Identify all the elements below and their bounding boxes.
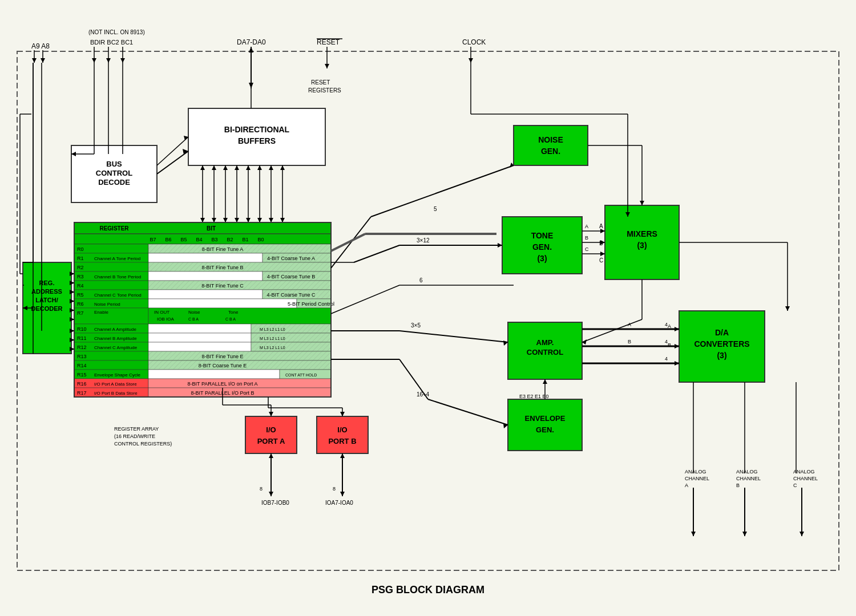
svg-text:3×5: 3×5 <box>411 322 421 329</box>
svg-rect-86 <box>148 290 263 299</box>
svg-text:Channel B Amplitude: Channel B Amplitude <box>94 336 137 341</box>
svg-text:B: B <box>585 235 588 241</box>
svg-rect-303 <box>251 324 331 333</box>
ioa7-ioa0-label: IOA7-IOA0 <box>325 500 353 506</box>
svg-text:R2: R2 <box>77 265 84 270</box>
svg-text:IN  OUT: IN OUT <box>154 310 169 315</box>
svg-text:B7: B7 <box>150 237 156 242</box>
bdir-bc2-bc1-label: BDIR BC2 BC1 <box>90 39 133 46</box>
svg-rect-97 <box>74 308 148 324</box>
svg-text:B: B <box>628 339 631 345</box>
svg-text:ENVELOPE: ENVELOPE <box>525 414 566 423</box>
svg-rect-298 <box>263 253 331 262</box>
svg-text:B: B <box>736 483 740 488</box>
svg-rect-299 <box>148 262 331 271</box>
bi-directional-label: BI-DIRECTIONAL <box>224 125 290 134</box>
svg-text:Tone: Tone <box>228 310 239 315</box>
diagram-title: PSG BLOCK DIAGRAM <box>372 584 484 595</box>
svg-text:R10: R10 <box>77 326 87 332</box>
svg-rect-297 <box>148 244 331 253</box>
svg-text:GEN.: GEN. <box>536 425 554 434</box>
analog-channel-a-label: ANALOG <box>685 469 706 475</box>
svg-text:B3: B3 <box>211 237 217 242</box>
svg-text:R0: R0 <box>77 246 84 252</box>
svg-text:Envelope Shape Cycle: Envelope Shape Cycle <box>94 372 140 378</box>
svg-text:5-BIT Period Control: 5-BIT Period Control <box>288 301 334 307</box>
bus-control-label: BUS <box>106 160 122 168</box>
svg-text:B6: B6 <box>165 237 171 242</box>
svg-text:(16 READ/WRITE: (16 READ/WRITE <box>114 433 155 439</box>
svg-text:R1: R1 <box>77 256 84 261</box>
svg-text:AMP.: AMP. <box>536 338 554 347</box>
clock-label: CLOCK <box>462 38 486 46</box>
svg-rect-76 <box>148 271 263 281</box>
svg-text:B0: B0 <box>257 237 264 242</box>
svg-rect-305 <box>251 342 331 351</box>
svg-text:IOB  IOA: IOB IOA <box>157 317 174 322</box>
svg-text:LATCH/: LATCH/ <box>35 297 58 303</box>
svg-text:I/O: I/O <box>337 425 347 434</box>
svg-text:8: 8 <box>333 486 336 492</box>
svg-text:CHANNEL: CHANNEL <box>736 476 761 481</box>
analog-channel-b-label: ANALOG <box>736 469 758 475</box>
svg-text:A: A <box>628 322 631 327</box>
svg-rect-92 <box>148 299 297 308</box>
svg-rect-71 <box>74 262 148 271</box>
svg-text:5: 5 <box>434 206 437 212</box>
da7-da0-label: DA7-DA0 <box>237 38 266 46</box>
svg-text:C: C <box>599 257 603 264</box>
svg-text:A: A <box>685 483 688 488</box>
svg-rect-98 <box>148 308 331 324</box>
svg-rect-60 <box>74 244 148 253</box>
svg-text:(3): (3) <box>717 351 726 360</box>
svg-text:GEN.: GEN. <box>532 242 552 252</box>
svg-text:A: A <box>668 323 671 329</box>
svg-text:R3: R3 <box>77 274 84 279</box>
svg-rect-66 <box>148 253 263 262</box>
svg-text:R11: R11 <box>77 335 87 341</box>
a9-a8-label: A9 A8 <box>31 42 50 50</box>
svg-text:R6: R6 <box>77 301 84 307</box>
reset-registers-label: RESET <box>311 79 330 86</box>
svg-text:GEN.: GEN. <box>541 147 560 156</box>
svg-rect-81 <box>74 281 148 290</box>
svg-text:CONVERTERS: CONVERTERS <box>694 339 749 348</box>
io-port-b-box <box>317 416 368 453</box>
diagram-container: A9 A8 (NOT INCL. ON 8913) BDIR BC2 BC1 D… <box>0 0 856 616</box>
noise-gen-box <box>514 125 588 165</box>
svg-text:Channel B Tone Period: Channel B Tone Period <box>94 274 141 279</box>
svg-text:I/O Port B Data Store: I/O Port B Data Store <box>94 391 138 396</box>
svg-text:Noise Period: Noise Period <box>94 302 120 307</box>
svg-rect-304 <box>251 333 331 342</box>
svg-text:R16: R16 <box>77 381 87 387</box>
svg-text:3×12: 3×12 <box>417 237 430 244</box>
svg-text:R4: R4 <box>77 283 84 289</box>
svg-rect-301 <box>148 281 331 290</box>
svg-rect-51 <box>74 234 331 244</box>
svg-text:R5: R5 <box>77 292 84 298</box>
svg-text:A: A <box>599 223 603 229</box>
svg-rect-300 <box>263 271 331 281</box>
svg-text:C: C <box>793 483 797 488</box>
svg-text:C   B   A: C B A <box>225 317 236 321</box>
svg-text:I/O: I/O <box>266 425 276 434</box>
svg-text:TONE: TONE <box>531 231 554 240</box>
register-header: REGISTER <box>99 225 129 232</box>
svg-text:Channel A Amplitude: Channel A Amplitude <box>94 327 136 332</box>
svg-text:16÷4: 16÷4 <box>417 391 430 398</box>
svg-text:D/A: D/A <box>715 328 729 337</box>
svg-text:8: 8 <box>260 486 263 492</box>
svg-text:MIXERS: MIXERS <box>627 229 657 238</box>
svg-text:R14: R14 <box>77 363 87 368</box>
svg-text:CONTROL: CONTROL <box>96 169 132 177</box>
svg-text:CHANNEL: CHANNEL <box>685 476 709 481</box>
svg-text:(3): (3) <box>537 254 547 263</box>
svg-text:B2: B2 <box>227 237 233 242</box>
svg-text:B5: B5 <box>180 237 187 242</box>
svg-text:R17: R17 <box>77 390 87 396</box>
svg-text:Noise: Noise <box>188 310 200 315</box>
svg-text:B: B <box>599 240 603 246</box>
svg-text:CONTROL REGISTERS): CONTROL REGISTERS) <box>114 441 172 447</box>
not-incl-label: (NOT INCL. ON 8913) <box>88 29 145 35</box>
svg-text:6: 6 <box>419 277 423 283</box>
